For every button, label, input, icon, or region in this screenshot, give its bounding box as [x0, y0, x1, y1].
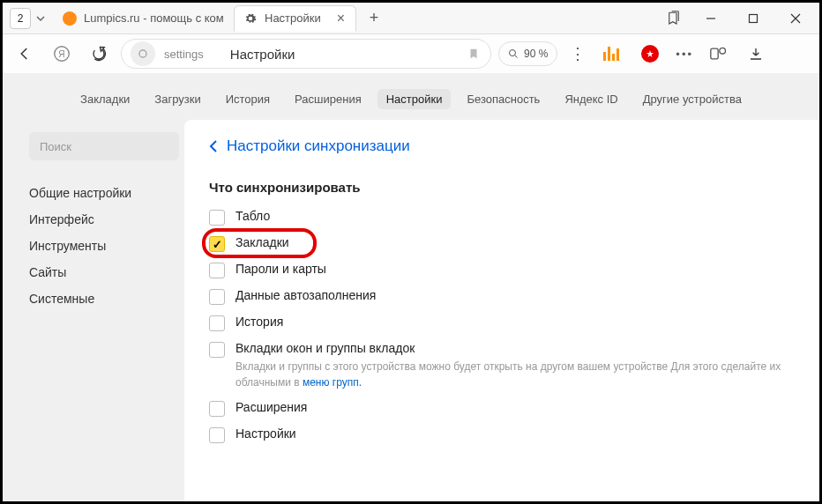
tab-lumpics[interactable]: Lumpics.ru - помощь с ком: [54, 5, 230, 32]
site-shield-icon[interactable]: [131, 41, 155, 66]
yandex-home-button[interactable]: Я: [47, 39, 77, 69]
sync-sublink-5[interactable]: меню групп.: [303, 376, 362, 389]
back-button[interactable]: [10, 39, 40, 69]
search-placeholder: Поиск: [40, 140, 71, 153]
sync-sublabel-5: Вкладки и группы с этого устройства можн…: [235, 359, 795, 390]
topnav-item-3[interactable]: Расширения: [286, 89, 370, 109]
sync-row-1: Закладки: [209, 235, 795, 252]
svg-text:Я: Я: [58, 49, 64, 59]
sync-label-3: Данные автозаполнения: [235, 288, 376, 302]
close-window-button[interactable]: [777, 5, 814, 32]
reload-button[interactable]: [84, 39, 114, 69]
svg-line-6: [515, 56, 518, 58]
page-content: ЗакладкиЗагрузкиИсторияРасширенияНастрой…: [3, 73, 819, 501]
gear-icon: [243, 11, 258, 26]
sidebar-item-0[interactable]: Общие настройки: [29, 180, 184, 206]
more-extensions-button[interactable]: •••: [672, 48, 697, 61]
address-title: Настройки: [230, 47, 295, 62]
sync-checkbox-7[interactable]: [209, 427, 225, 443]
minimize-button[interactable]: [692, 5, 729, 32]
breadcrumb-back[interactable]: Настройки синхронизации: [209, 137, 795, 155]
sync-checkbox-3[interactable]: [209, 289, 225, 305]
settings-topnav: ЗакладкиЗагрузкиИсторияРасширенияНастрой…: [3, 73, 819, 120]
adblock-extension-icon[interactable]: [635, 39, 665, 69]
sync-row-4: История: [209, 315, 795, 331]
menu-button[interactable]: ⋮: [564, 44, 591, 63]
settings-search-input[interactable]: Поиск: [29, 132, 179, 160]
address-host: settings: [164, 48, 204, 61]
svg-point-8: [720, 48, 726, 54]
tab-settings[interactable]: Настройки ×: [234, 5, 356, 32]
sync-checkbox-0[interactable]: [209, 210, 225, 226]
topnav-item-0[interactable]: Закладки: [71, 89, 138, 109]
settings-sidebar: Поиск Общие настройкиИнтерфейсИнструмент…: [3, 120, 184, 501]
section-title: Что синхронизировать: [209, 180, 795, 195]
sync-checkbox-2[interactable]: [209, 263, 225, 278]
lumpics-favicon: [63, 11, 77, 26]
topnav-item-7[interactable]: Другие устройства: [634, 89, 751, 109]
titlebar: 2 Lumpics.ru - помощь с ком Настройки × …: [3, 3, 819, 34]
sidebar-item-3[interactable]: Сайты: [29, 259, 184, 285]
close-icon[interactable]: ×: [335, 11, 347, 26]
bookmark-all-icon[interactable]: [661, 5, 687, 32]
zoom-indicator[interactable]: 90 %: [498, 41, 557, 66]
tab-group: 2 Lumpics.ru - помощь с ком Настройки × …: [3, 3, 386, 33]
downloads-button[interactable]: [741, 39, 771, 69]
settings-panel: Настройки синхронизации Что синхронизиро…: [184, 120, 819, 501]
address-bar[interactable]: settings Настройки: [121, 39, 491, 69]
sync-row-0: Табло: [209, 209, 795, 226]
sync-row-6: Расширения: [209, 400, 795, 417]
svg-rect-7: [711, 48, 718, 59]
sync-label-2: Пароли и карты: [235, 262, 326, 276]
sync-checklist: ТаблоЗакладкиПароли и картыДанные автоза…: [209, 209, 795, 443]
new-tab-button[interactable]: +: [362, 6, 386, 31]
zoom-value: 90 %: [524, 48, 548, 60]
bookmark-icon[interactable]: [460, 47, 487, 61]
sync-checkbox-5[interactable]: [209, 342, 225, 358]
sync-checkbox-4[interactable]: [209, 315, 225, 331]
sync-label-1: Закладки: [235, 235, 289, 249]
svg-point-5: [510, 50, 516, 56]
breadcrumb-title: Настройки синхронизации: [227, 137, 410, 155]
sidebar-item-1[interactable]: Интерфейс: [29, 206, 184, 233]
topnav-item-4[interactable]: Настройки: [377, 89, 452, 109]
sidebar-item-4[interactable]: Системные: [29, 285, 184, 312]
sidebar-item-2[interactable]: Инструменты: [29, 233, 184, 259]
window-controls: [661, 5, 819, 32]
topnav-item-6[interactable]: Яндекс ID: [556, 89, 626, 109]
topnav-item-5[interactable]: Безопасность: [458, 89, 549, 109]
sync-row-2: Пароли и карты: [209, 262, 795, 278]
soundwave-extension-icon[interactable]: [598, 39, 628, 69]
tab-counter[interactable]: 2: [10, 8, 31, 29]
topnav-item-2[interactable]: История: [217, 89, 279, 109]
tab-label: Настройки: [265, 11, 321, 25]
sync-checkbox-6[interactable]: [209, 401, 225, 417]
svg-rect-1: [750, 14, 758, 22]
tab-dropdown-button[interactable]: [31, 14, 50, 23]
sync-label-4: История: [235, 315, 283, 329]
sync-label-5: Вкладки окон и группы вкладок: [235, 341, 795, 355]
toolbar: Я settings Настройки 90 % ⋮ •••: [3, 34, 819, 73]
sync-checkbox-1[interactable]: [209, 236, 225, 252]
sync-label-0: Табло: [235, 209, 270, 223]
svg-point-4: [139, 50, 146, 57]
maximize-button[interactable]: [735, 5, 772, 32]
sync-label-6: Расширения: [235, 400, 307, 414]
sync-row-3: Данные автозаполнения: [209, 288, 795, 305]
sync-row-7: Настройки: [209, 426, 795, 443]
sync-label-7: Настройки: [235, 426, 296, 441]
topnav-item-1[interactable]: Загрузки: [146, 89, 209, 109]
sidebar-extension-icon[interactable]: [704, 39, 734, 69]
tab-label: Lumpics.ru - помощь с ком: [84, 11, 224, 25]
sync-row-5: Вкладки окон и группы вкладокВкладки и г…: [209, 341, 795, 390]
